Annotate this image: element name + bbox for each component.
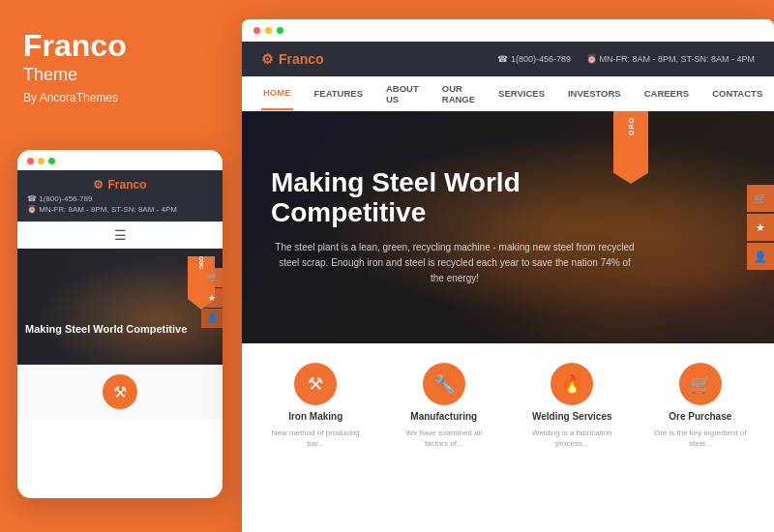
- nav-range[interactable]: OUR RANGE: [440, 76, 477, 110]
- mobile-header: ⚙ Franco ☎ 1(800)-456-789 ⏰ MN-FR: 8AM -…: [17, 170, 223, 222]
- desktop-header: ⚙ Franco ☎ 1(800)-456-789 ⏰ MN-FR: 8AM -…: [242, 42, 774, 76]
- mobile-anvil-icon: ⚒: [113, 383, 127, 401]
- desktop-mockup: ⚙ Franco ☎ 1(800)-456-789 ⏰ MN-FR: 8AM -…: [242, 19, 774, 532]
- hero-icon-user[interactable]: 👤: [747, 243, 774, 270]
- mobile-icon-star[interactable]: ★: [201, 288, 223, 308]
- iron-making-desc: New method of producing bar...: [267, 428, 364, 449]
- desktop-window-dots: [242, 19, 774, 42]
- theme-author: By AncoraThemes: [23, 91, 217, 104]
- hero-sidebar-icons: 🛒 ★ 👤: [747, 185, 774, 270]
- feature-manufacturing: 🔧 Manufacturing We have examined all fac…: [396, 363, 492, 449]
- mobile-window-dots: [17, 150, 223, 170]
- welding-label: Welding Services: [532, 411, 612, 422]
- dot-red: [27, 158, 34, 164]
- desktop-header-right: ☎ 1(800)-456-789 ⏰ MN-FR: 8AM - 8PM, ST-…: [497, 54, 755, 64]
- features-bar: ⚒ Iron Making New method of producing ba…: [242, 343, 774, 460]
- nav-features[interactable]: FEATURES: [313, 76, 366, 110]
- feature-iron-making: ⚒ Iron Making New method of producing ba…: [267, 363, 364, 449]
- hero-icon-cart[interactable]: 🛒: [747, 185, 774, 212]
- desktop-dot-red: [253, 27, 260, 34]
- ore-purchase-label: Ore Purchase: [669, 411, 731, 422]
- iron-making-icon: ⚒: [294, 363, 337, 405]
- dot-yellow: [38, 158, 45, 164]
- manufacturing-desc: We have examined all factors of...: [396, 428, 492, 449]
- nav-investors[interactable]: INVESTORS: [566, 76, 623, 110]
- mobile-hero-text: Making Steel World Competitive: [25, 323, 215, 336]
- desktop-phone: ☎ 1(800)-456-789: [497, 54, 571, 64]
- desktop-dot-green: [277, 27, 283, 34]
- hero-content: Making Steel World Competitive The steel…: [271, 168, 639, 286]
- theme-subtitle: Theme: [23, 65, 217, 85]
- hero-icon-star[interactable]: ★: [747, 214, 774, 241]
- feature-welding: 🔥 Welding Services Welding is a fabricat…: [523, 363, 620, 449]
- mobile-features: ⚒: [17, 365, 223, 419]
- feature-ore-purchase: 🛒 Ore Purchase Ore is the key ingredient…: [652, 363, 749, 449]
- bookmark-text: ORO: [628, 117, 635, 135]
- manufacturing-label: Manufacturing: [410, 411, 477, 422]
- welding-desc: Welding is a fabrication process...: [523, 428, 620, 449]
- nav-contacts[interactable]: CONTACTS: [710, 76, 764, 110]
- desktop-gear-icon: ⚙: [261, 51, 274, 67]
- mobile-feature-icon: ⚒: [103, 374, 137, 409]
- nav-home[interactable]: HOME: [261, 76, 293, 110]
- left-panel: Franco Theme By AncoraThemes ⚙ Franco ☎ …: [0, 0, 240, 532]
- ore-purchase-icon: 🛒: [679, 363, 722, 405]
- mobile-gear-icon: ⚙: [93, 178, 104, 192]
- mobile-icon-cart[interactable]: 🛒: [201, 268, 223, 287]
- mobile-phone: ☎ 1(800)-456-789: [27, 194, 213, 203]
- iron-making-label: Iron Making: [288, 411, 342, 422]
- mobile-nav: ☰: [17, 222, 223, 249]
- nav-careers[interactable]: CAREERS: [642, 76, 691, 110]
- desktop-nav: HOME FEATURES ABOUT US OUR RANGE SERVICE…: [242, 76, 774, 111]
- mobile-hours: ⏰ MN-FR: 8AM - 8PM, ST-SN: 8AM - 4PM: [27, 205, 213, 214]
- hero-title: Making Steel World Competitive: [271, 168, 639, 228]
- welding-icon: 🔥: [551, 363, 593, 405]
- hamburger-icon[interactable]: ☰: [114, 227, 127, 243]
- nav-about[interactable]: ABOUT US: [384, 76, 421, 110]
- dot-green: [48, 158, 55, 164]
- ore-purchase-desc: Ore is the key ingredient of steel...: [652, 428, 749, 449]
- desktop-logo: ⚙ Franco: [261, 51, 324, 67]
- hero-description: The steel plant is a lean, green, recycl…: [271, 240, 639, 286]
- manufacturing-icon: 🔧: [423, 363, 465, 405]
- mobile-logo: ⚙ Franco: [27, 178, 213, 192]
- mobile-mockup: ⚙ Franco ☎ 1(800)-456-789 ⏰ MN-FR: 8AM -…: [17, 150, 223, 498]
- desktop-hero: ORO 🛒 ★ 👤 Making Steel World Competitive…: [242, 111, 774, 343]
- nav-services[interactable]: SERVICES: [496, 76, 547, 110]
- hero-bookmark: ORO: [613, 111, 648, 184]
- mobile-icon-user[interactable]: 👤: [201, 309, 223, 328]
- mobile-hero: Making Steel World Competitive ORO 🛒 ★ 👤: [17, 249, 223, 365]
- desktop-hours: ⏰ MN-FR: 8AM - 8PM, ST-SN: 8AM - 4PM: [586, 54, 755, 64]
- mobile-sidebar-icons: 🛒 ★ 👤: [201, 268, 223, 328]
- desktop-dot-yellow: [265, 27, 272, 34]
- theme-title: Franco: [23, 29, 217, 63]
